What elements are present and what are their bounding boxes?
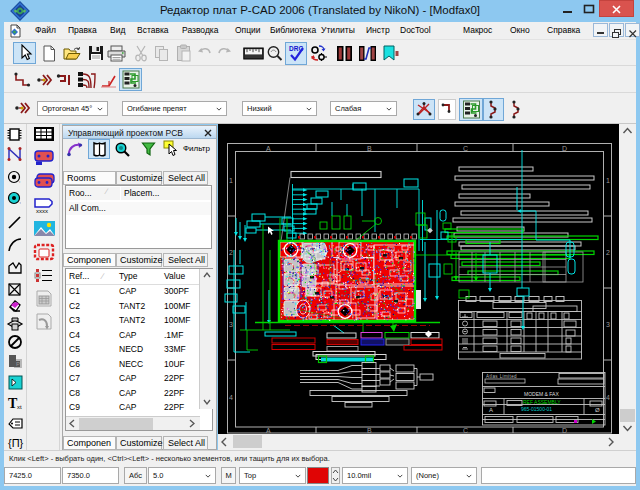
svg-text:{П}: {П}: [8, 437, 24, 449]
svg-text:,: ,: [20, 198, 21, 204]
svg-text:3: 3: [606, 321, 610, 328]
svg-text:965-01500-01: 965-01500-01: [521, 406, 552, 412]
svg-text:2: 2: [606, 249, 610, 256]
svg-text:4: 4: [606, 394, 610, 401]
svg-text:C: C: [463, 145, 468, 152]
svg-text:Atlas Limited: Atlas Limited: [486, 374, 517, 379]
svg-text:B: B: [367, 427, 372, 434]
svg-text:A: A: [489, 407, 493, 413]
svg-text:REF ASSEMBLY: REF ASSEMBLY: [523, 399, 561, 405]
svg-text:Ø: Ø: [595, 407, 600, 413]
svg-text:C: C: [463, 427, 468, 434]
svg-text:P: P: [16, 361, 20, 367]
svg-text:xt: xt: [17, 404, 22, 410]
svg-text:xxxx: xxxx: [36, 208, 48, 214]
svg-text:4: 4: [229, 394, 233, 401]
svg-text:D: D: [562, 145, 567, 152]
svg-text:1: 1: [229, 177, 233, 184]
svg-text:1: 1: [606, 177, 610, 184]
svg-text:A: A: [266, 145, 271, 152]
svg-text:D: D: [562, 427, 567, 434]
svg-text:MODEM & FAX: MODEM & FAX: [524, 391, 559, 397]
svg-text:A: A: [266, 427, 271, 434]
svg-text:3: 3: [229, 321, 233, 328]
svg-text:B: B: [367, 145, 372, 152]
svg-text:2: 2: [229, 249, 233, 256]
svg-text:,: ,: [19, 177, 20, 183]
